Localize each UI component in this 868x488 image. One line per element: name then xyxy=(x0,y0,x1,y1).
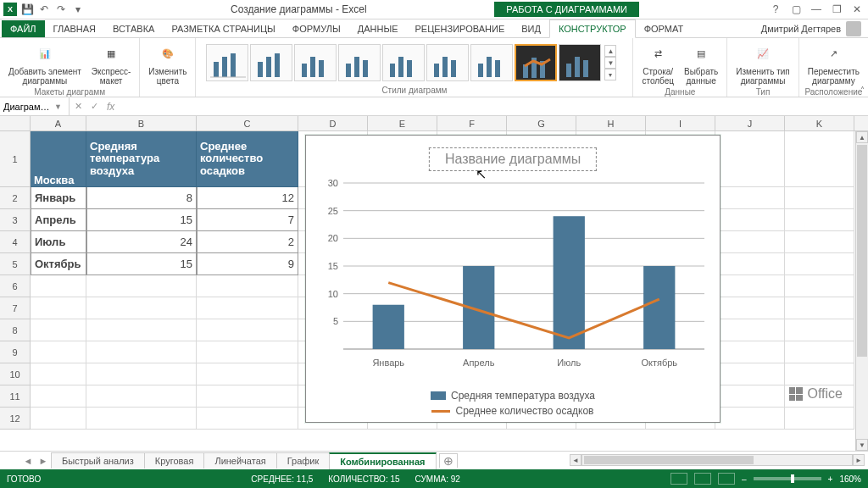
row-header[interactable]: 12 xyxy=(0,408,31,430)
col-header[interactable]: A xyxy=(31,116,86,130)
chart-plot-area[interactable]: 51015202530ЯнварьАпрельИюльОктябрь xyxy=(314,178,713,373)
name-box[interactable]: ▼ xyxy=(0,97,70,115)
chart-style-5[interactable] xyxy=(382,44,425,81)
hscroll-right-icon[interactable]: ► xyxy=(853,454,865,466)
select-data-button[interactable]: ▤ Выбрать данные xyxy=(681,40,721,87)
zoom-out-icon[interactable]: – xyxy=(742,474,747,484)
scroll-thumb[interactable] xyxy=(857,145,867,357)
col-header[interactable]: D xyxy=(298,116,368,130)
embedded-chart[interactable]: Название диаграммы ↖ 51015202530ЯнварьАп… xyxy=(305,135,721,423)
quick-layout-button[interactable]: ▦ Экспресс- макет xyxy=(88,40,135,87)
sheet-tab[interactable]: Быстрый анализ xyxy=(51,452,145,469)
restore-icon[interactable]: ❐ xyxy=(827,2,846,17)
horizontal-scrollbar[interactable]: ◄ ► xyxy=(570,454,865,466)
row-header[interactable]: 8 xyxy=(0,319,31,341)
tab-view[interactable]: ВИД xyxy=(513,20,549,37)
switch-row-column-button[interactable]: ⇄ Строка/ столбец xyxy=(638,40,677,87)
cell[interactable]: Июль xyxy=(31,231,86,253)
row-header[interactable]: 6 xyxy=(0,275,31,297)
zoom-in-icon[interactable]: + xyxy=(828,474,833,484)
cell[interactable]: 7 xyxy=(197,209,298,231)
undo-icon[interactable]: ↶ xyxy=(37,3,51,16)
chart-style-8[interactable] xyxy=(515,44,557,81)
cell[interactable]: 2 xyxy=(197,231,298,253)
zoom-level[interactable]: 160% xyxy=(839,474,861,484)
hscroll-thumb[interactable] xyxy=(584,456,754,464)
enter-icon[interactable]: ✓ xyxy=(91,101,98,112)
gallery-down-icon[interactable]: ▼ xyxy=(604,57,616,69)
chart-style-4[interactable] xyxy=(338,44,381,81)
gallery-more-icon[interactable]: ▾ xyxy=(604,69,616,80)
col-header[interactable]: J xyxy=(715,116,785,130)
help-icon[interactable]: ? xyxy=(766,2,785,17)
worksheet-area[interactable]: A B C D E F G H I J K 1 Москва Средняя т… xyxy=(0,116,868,451)
row-header[interactable]: 1 xyxy=(0,131,31,187)
move-chart-button[interactable]: ↗ Переместить диаграмму xyxy=(804,40,863,87)
row-header[interactable]: 9 xyxy=(0,341,31,363)
qat-customize-icon[interactable]: ▾ xyxy=(71,3,85,16)
row-header[interactable]: 4 xyxy=(0,231,31,253)
select-all-corner[interactable] xyxy=(0,116,31,130)
col-header[interactable]: F xyxy=(437,116,507,130)
page-break-view-icon[interactable] xyxy=(718,473,735,485)
cell[interactable]: 15 xyxy=(86,209,197,231)
vertical-scrollbar[interactable]: ▲ ▼ xyxy=(855,131,868,451)
col-header[interactable]: H xyxy=(576,116,646,130)
tab-pagelayout[interactable]: РАЗМЕТКА СТРАНИЦЫ xyxy=(163,20,283,37)
cell[interactable]: 9 xyxy=(197,253,298,275)
user-avatar-icon[interactable] xyxy=(846,21,861,36)
sheet-nav-prev-icon[interactable]: ◄ xyxy=(20,456,36,466)
tab-format[interactable]: ФОРМАТ xyxy=(636,20,693,37)
sheet-tab[interactable]: Линейчатая xyxy=(203,452,276,469)
namebox-dropdown-icon[interactable]: ▼ xyxy=(54,103,62,111)
cancel-icon[interactable]: ✕ xyxy=(75,101,82,112)
row-header[interactable]: 7 xyxy=(0,297,31,319)
cell[interactable]: Средняя температура воздуха xyxy=(86,131,197,187)
scroll-up-icon[interactable]: ▲ xyxy=(856,131,868,143)
minimize-icon[interactable]: — xyxy=(807,2,826,17)
ribbon-collapse-icon[interactable]: ˄ xyxy=(860,86,865,95)
page-layout-view-icon[interactable] xyxy=(694,473,711,485)
chart-legend[interactable]: Средняя температура воздуха Среднее коли… xyxy=(306,390,720,417)
tab-insert[interactable]: ВСТАВКА xyxy=(104,20,163,37)
ribbon-options-icon[interactable]: ▢ xyxy=(787,2,805,17)
row-header[interactable]: 11 xyxy=(0,385,31,408)
row-header[interactable]: 2 xyxy=(0,187,31,209)
cell[interactable]: Москва xyxy=(31,131,86,187)
cell[interactable]: Апрель xyxy=(31,209,86,231)
zoom-slider[interactable] xyxy=(754,477,821,480)
col-header[interactable]: C xyxy=(197,116,298,130)
row-header[interactable]: 5 xyxy=(0,253,31,275)
chart-style-1[interactable] xyxy=(206,44,248,81)
tab-formulas[interactable]: ФОРМУЛЫ xyxy=(284,20,349,37)
chart-style-7[interactable] xyxy=(470,44,513,81)
cell[interactable]: 8 xyxy=(86,187,197,209)
name-box-input[interactable] xyxy=(3,102,51,112)
sheet-tab[interactable]: Круговая xyxy=(144,452,205,469)
redo-icon[interactable]: ↷ xyxy=(54,3,68,16)
gallery-scroll[interactable]: ▲ ▼ ▾ xyxy=(604,45,616,80)
change-colors-button[interactable]: 🎨 Изменить цвета xyxy=(145,40,190,87)
tab-home[interactable]: ГЛАВНАЯ xyxy=(45,20,104,37)
chart-style-gallery[interactable]: ▲ ▼ ▾ xyxy=(201,40,627,86)
tab-data[interactable]: ДАННЫЕ xyxy=(349,20,407,37)
fx-icon[interactable]: fx xyxy=(107,101,114,113)
cell[interactable]: 15 xyxy=(86,253,197,275)
cell[interactable]: 24 xyxy=(86,231,197,253)
cell[interactable]: Январь xyxy=(31,187,86,209)
tab-design[interactable]: КОНСТРУКТОР xyxy=(549,19,636,38)
tab-review[interactable]: РЕЦЕНЗИРОВАНИЕ xyxy=(406,20,513,37)
col-header[interactable]: I xyxy=(646,116,715,130)
sheet-tab[interactable]: График xyxy=(276,452,331,469)
sheet-tab-active[interactable]: Комбинированная xyxy=(329,452,436,469)
cell[interactable]: 12 xyxy=(197,187,298,209)
chart-style-9[interactable] xyxy=(559,44,601,81)
row-header[interactable]: 3 xyxy=(0,209,31,231)
close-icon[interactable]: ✕ xyxy=(848,2,866,17)
new-sheet-button[interactable]: ⊕ xyxy=(439,453,458,468)
change-chart-type-button[interactable]: 📈 Изменить тип диаграммы xyxy=(732,40,793,87)
sheet-nav-next-icon[interactable]: ► xyxy=(36,456,51,466)
cell[interactable]: Среднее количество осадков xyxy=(197,131,298,187)
chart-style-2[interactable] xyxy=(250,44,292,81)
hscroll-left-icon[interactable]: ◄ xyxy=(570,454,581,466)
